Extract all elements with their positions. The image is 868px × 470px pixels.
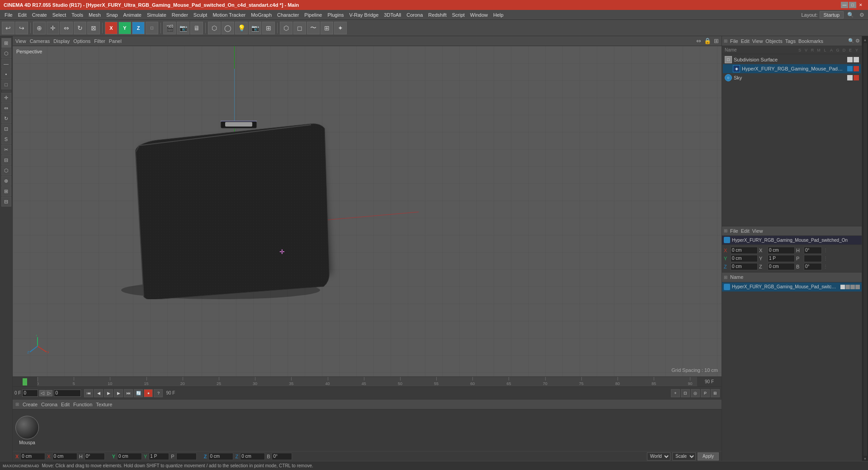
- attr-y-pos[interactable]: [731, 255, 758, 262]
- vp-nav-display[interactable]: Display: [53, 38, 70, 44]
- transform-button[interactable]: ⊠: [87, 22, 100, 34]
- window-controls[interactable]: — □ ✕: [841, 2, 864, 8]
- attr-nav-view[interactable]: View: [752, 228, 763, 234]
- pb-extra4[interactable]: P: [701, 389, 710, 397]
- lt-grid-tool[interactable]: ⊟: [1, 197, 11, 207]
- om-search-icon[interactable]: 🔍: [848, 38, 854, 44]
- lt-model-btn[interactable]: ⊞: [1, 38, 11, 48]
- om-nav-view[interactable]: View: [752, 38, 763, 44]
- lt-fill-tool[interactable]: ⊞: [1, 186, 11, 196]
- y-pos-input[interactable]: [117, 453, 142, 460]
- lt-knife-tool[interactable]: ✂: [1, 145, 11, 155]
- redo-button[interactable]: ↪: [15, 22, 28, 34]
- obj-row-sky[interactable]: ○ Sky: [723, 73, 861, 82]
- menu-window[interactable]: Window: [467, 11, 491, 19]
- vp-expand-icon[interactable]: ⇔: [696, 38, 701, 44]
- navigate-button[interactable]: ⊕: [33, 22, 46, 34]
- move-button[interactable]: ✛: [47, 22, 59, 34]
- pb-extra2[interactable]: ⊡: [681, 389, 690, 397]
- mat-corona-nav[interactable]: Corona: [41, 402, 57, 407]
- rp-selected-item[interactable]: HyperX_FURY_RGB_Gaming_Mouse_Pad_switche…: [722, 282, 862, 291]
- menu-mograph[interactable]: MoGraph: [248, 11, 274, 19]
- pb-loop-btn[interactable]: 🔄: [134, 389, 143, 397]
- playback-input[interactable]: [54, 390, 81, 397]
- spline-button[interactable]: 〜: [307, 22, 320, 34]
- om-nav-bookmarks[interactable]: Bookmarks: [798, 38, 823, 44]
- z-size-input[interactable]: [240, 453, 265, 460]
- mat-create-nav[interactable]: Create: [23, 402, 38, 407]
- viewport-canvas[interactable]: ✛ Perspective Y X Z Grid Spacing : 10 cm: [13, 46, 722, 376]
- om-nav-tags[interactable]: Tags: [785, 38, 796, 44]
- om-nav-file[interactable]: File: [730, 38, 738, 44]
- menu-animate[interactable]: Animate: [121, 11, 144, 19]
- lt-rotate-tool[interactable]: ↻: [1, 113, 11, 123]
- pb-extra3[interactable]: ◎: [691, 389, 700, 397]
- om-nav-edit[interactable]: Edit: [741, 38, 750, 44]
- pb-next-btn[interactable]: ▶: [114, 389, 123, 397]
- h-input[interactable]: [85, 453, 105, 460]
- maximize-button[interactable]: □: [849, 2, 856, 8]
- menu-edit[interactable]: Edit: [15, 11, 29, 19]
- effector-btn[interactable]: ✦: [334, 22, 347, 34]
- frame-input[interactable]: [22, 390, 38, 397]
- obj-row-hyperx[interactable]: ◈ HyperX_FURY_RGB_Gaming_Mouse_Pad_switc…: [723, 64, 861, 73]
- vp-layout-icon[interactable]: ⊞: [714, 38, 719, 44]
- pb-extra5[interactable]: ⊞: [711, 389, 720, 397]
- layout-value[interactable]: Startup: [820, 11, 844, 19]
- mat-texture-nav[interactable]: Texture: [96, 402, 112, 407]
- x-size-input[interactable]: [52, 453, 77, 460]
- render-region-button[interactable]: 🖥: [190, 22, 203, 34]
- lt-edge-btn[interactable]: —: [1, 59, 11, 69]
- menu-sculpt[interactable]: Sculpt: [191, 11, 210, 19]
- mat-function-nav[interactable]: Function: [73, 402, 92, 407]
- z-pos-input[interactable]: [208, 453, 233, 460]
- polygon-button[interactable]: ⬡: [280, 22, 292, 34]
- y-size-input[interactable]: [149, 453, 169, 460]
- lt-polygon-btn[interactable]: ⬡: [1, 48, 11, 58]
- lt-scale-tool[interactable]: ⇔: [1, 103, 11, 113]
- pb-record-btn[interactable]: ●: [144, 389, 153, 397]
- vp-nav-options[interactable]: Options: [73, 38, 90, 44]
- pb-end-btn[interactable]: ⏮: [84, 389, 93, 397]
- pb-prev-btn[interactable]: ◀: [94, 389, 103, 397]
- mat-edit-nav[interactable]: Edit: [61, 402, 70, 407]
- settings-icon[interactable]: ⚙: [858, 12, 866, 18]
- scale-dropdown[interactable]: Scale: [672, 452, 696, 461]
- attr-x-pos[interactable]: [731, 247, 758, 254]
- lt-uv-btn[interactable]: □: [1, 80, 11, 89]
- menu-simulate[interactable]: Simulate: [144, 11, 169, 19]
- deformer-button[interactable]: ⊞: [262, 22, 275, 34]
- minimize-button[interactable]: —: [841, 2, 848, 8]
- pb-end2-btn[interactable]: ⏭: [124, 389, 133, 397]
- menu-render[interactable]: Render: [169, 11, 191, 19]
- menu-pipeline[interactable]: Pipeline: [302, 11, 325, 19]
- menu-script[interactable]: Script: [449, 11, 467, 19]
- x-pos-input[interactable]: [20, 453, 45, 460]
- scale-button[interactable]: ⇔: [60, 22, 73, 34]
- sidebar-scroll-down[interactable]: ▼: [863, 457, 867, 461]
- axis-all-button[interactable]: □: [146, 22, 158, 34]
- menu-select[interactable]: Select: [50, 11, 69, 19]
- cube-button[interactable]: ⬡: [208, 22, 221, 34]
- attr-z-pos[interactable]: [731, 263, 758, 270]
- om-settings-icon[interactable]: ⚙: [855, 38, 860, 44]
- world-dropdown[interactable]: World: [647, 452, 670, 461]
- menu-character[interactable]: Character: [274, 11, 302, 19]
- attr-nav-edit[interactable]: Edit: [741, 228, 750, 234]
- lt-point-btn[interactable]: •: [1, 69, 11, 79]
- attr-x-size[interactable]: [768, 247, 795, 254]
- attr-y-size[interactable]: [768, 255, 795, 262]
- search-icon[interactable]: 🔍: [845, 12, 856, 18]
- lt-bevel-tool[interactable]: ⬡: [1, 165, 11, 175]
- attr-h-val[interactable]: [804, 247, 822, 254]
- attr-z-size[interactable]: [768, 263, 795, 270]
- menu-3dtoall[interactable]: 3DToAll: [381, 11, 404, 19]
- render-settings-button[interactable]: 📷: [177, 22, 189, 34]
- tl-ruler[interactable]: 0 5 10 15 20 25 30 35 40: [38, 377, 697, 386]
- vp-nav-panel[interactable]: Panel: [109, 38, 122, 44]
- material-preview[interactable]: Mouspa: [15, 416, 39, 445]
- lt-select-tool[interactable]: ⊡: [1, 124, 11, 134]
- b-input[interactable]: [272, 453, 292, 460]
- vp-nav-view[interactable]: View: [15, 38, 26, 44]
- menu-corona[interactable]: Corona: [404, 11, 425, 19]
